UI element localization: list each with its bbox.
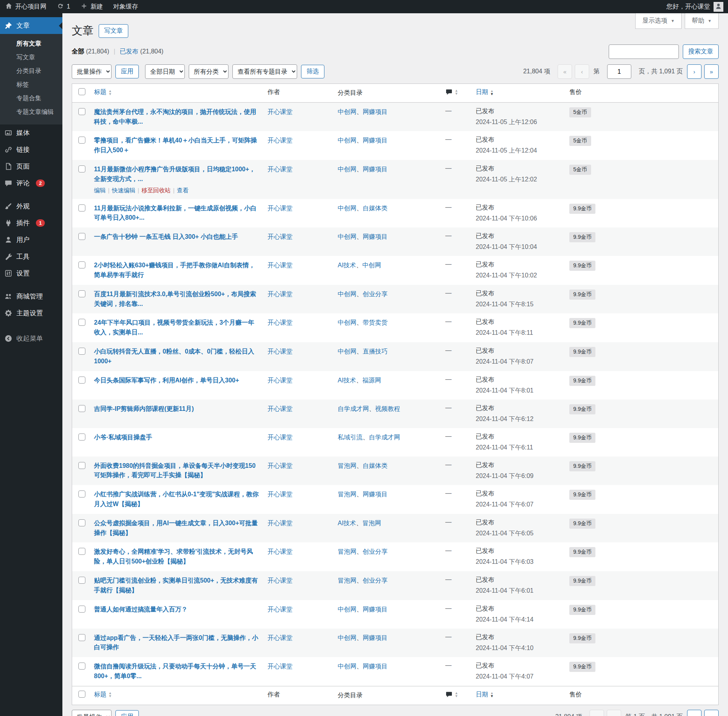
category-link[interactable]: 网赚项目	[363, 634, 388, 641]
post-title-link[interactable]: 吉同学-IP剪辑师内部课程(更新11月)	[94, 404, 260, 414]
category-link[interactable]: 中创网	[338, 663, 356, 670]
apply-button[interactable]: 应用	[115, 65, 139, 78]
row-checkbox[interactable]	[78, 165, 85, 172]
post-title-link[interactable]: 激发好奇心，全网精准'学习、求带粉'引流技术，无封号风险，单人日引500+创业粉…	[94, 547, 260, 567]
admin-bar-site-link[interactable]: 开心项目网	[0, 0, 51, 13]
category-link[interactable]: 中创网	[338, 634, 356, 641]
next-page-button[interactable]: ›	[687, 710, 701, 716]
post-title-link[interactable]: 小爷·私域项目操盘手	[94, 433, 260, 442]
row-checkbox[interactable]	[78, 606, 85, 613]
category-link[interactable]: 中创网	[338, 205, 356, 211]
sidebar-item-plugins[interactable]: 插件1	[0, 215, 62, 231]
sort-by-title[interactable]: 标题 ▲▼	[94, 88, 112, 96]
category-link[interactable]: 私域引流	[338, 434, 363, 441]
admin-bar-updates[interactable]: 1	[51, 0, 75, 13]
sidebar-subitem-posts[interactable]: 专题合集	[0, 92, 62, 105]
post-title-link[interactable]: 贴吧无门槛引流创业粉，实测单日引流500+，无技术难度有手就行【揭秘】	[94, 576, 260, 595]
row-checkbox[interactable]	[78, 108, 85, 115]
sort-by-date[interactable]: 日期 ▲▼	[476, 691, 494, 699]
help-button[interactable]: 帮助 ▼	[685, 13, 719, 29]
category-link[interactable]: 网赚项目	[363, 663, 388, 670]
post-title-link[interactable]: 通过app看广告，一天轻松入手一两张0门槛，无脑操作，小白可操作	[94, 633, 260, 653]
category-link[interactable]: 冒泡网	[338, 577, 356, 584]
author-link[interactable]: 开心课堂	[267, 233, 292, 240]
row-checkbox[interactable]	[78, 204, 85, 211]
view-published-link[interactable]: 已发布	[120, 48, 138, 55]
category-link[interactable]: 直播技巧	[363, 348, 388, 355]
post-title-link[interactable]: 普通人如何通过搞流量年入百万？	[94, 605, 260, 615]
quick-edit-link[interactable]: 快速编辑	[112, 187, 135, 194]
author-link[interactable]: 开心课堂	[267, 262, 292, 268]
row-checkbox[interactable]	[78, 663, 85, 670]
last-page-button[interactable]: »	[704, 64, 719, 79]
author-link[interactable]: 开心课堂	[267, 319, 292, 326]
row-checkbox[interactable]	[78, 290, 85, 297]
row-checkbox[interactable]	[78, 577, 85, 584]
category-link[interactable]: 中创网	[338, 233, 356, 240]
row-checkbox[interactable]	[78, 634, 85, 641]
sidebar-item-comments[interactable]: 评论2	[0, 175, 62, 192]
author-link[interactable]: 开心课堂	[267, 291, 292, 297]
apply-button[interactable]: 应用	[115, 710, 139, 716]
author-link[interactable]: 开心课堂	[267, 137, 292, 144]
post-title-link[interactable]: 百度11月最新引流技术3.0,单号引流创业粉500+，布局搜索关键词，排名靠..…	[94, 290, 260, 309]
author-link[interactable]: 开心课堂	[267, 434, 292, 441]
author-link[interactable]: 开心课堂	[267, 377, 292, 384]
author-link[interactable]: 开心课堂	[267, 634, 292, 641]
category-link[interactable]: 中创网	[338, 166, 356, 172]
author-link[interactable]: 开心课堂	[267, 405, 292, 412]
last-page-button[interactable]: »	[704, 710, 719, 716]
author-link[interactable]: 开心课堂	[267, 663, 292, 670]
sidebar-subitem-posts[interactable]: 分类目录	[0, 64, 62, 78]
category-link[interactable]: 福源网	[362, 377, 381, 384]
author-link[interactable]: 开心课堂	[267, 606, 292, 613]
admin-bar-account[interactable]: 您好，开心课堂	[666, 3, 710, 11]
sort-by-date[interactable]: 日期 ▲▼	[476, 88, 494, 96]
sidebar-item-shop[interactable]: 商城管理	[0, 288, 62, 305]
post-title-link[interactable]: 11月最新玩法小说推文暴利拉新，一键生成原创视频，小白可单号日入800+...	[94, 204, 260, 223]
post-title-link[interactable]: 小红书推广实战训练营，小红书从0-1"变现"实战课程，教你月入过W【揭秘】	[94, 490, 260, 509]
post-title-link[interactable]: 公众号虚拟掘金项目，用AI一键生成文章，日入300+可批量操作【揭秘】	[94, 519, 260, 538]
category-link[interactable]: 中创网	[338, 319, 356, 326]
post-title-link[interactable]: 今日头条国际军事写作，利用AI创作，单号日入300+	[94, 376, 260, 386]
edit-link[interactable]: 编辑	[94, 187, 106, 194]
category-link[interactable]: 中创网	[338, 606, 356, 613]
select-all-checkbox[interactable]	[78, 691, 85, 698]
screen-options-button[interactable]: 显示选项 ▼	[635, 13, 682, 29]
category-link[interactable]: AI技术	[338, 520, 356, 526]
category-link[interactable]: 创业分享	[363, 291, 388, 297]
row-checkbox[interactable]	[78, 261, 85, 268]
post-title-link[interactable]: 2小时轻松入账630+赚钱项目，手把手教你做AI自制表情，简单易学有手就行	[94, 261, 260, 280]
trash-link[interactable]: 移至回收站	[142, 187, 171, 194]
category-link[interactable]: 冒泡网	[362, 520, 381, 526]
sidebar-subitem-posts[interactable]: 标签	[0, 78, 62, 92]
category-link[interactable]: 冒泡网	[338, 548, 356, 555]
bulk-actions-select[interactable]: 批量操作	[72, 64, 112, 79]
row-checkbox[interactable]	[78, 434, 85, 441]
row-checkbox[interactable]	[78, 319, 85, 326]
sort-by-comments[interactable]: ▲▼	[445, 691, 458, 698]
author-link[interactable]: 开心课堂	[267, 462, 292, 469]
category-link[interactable]: 自学成才网	[369, 434, 400, 441]
category-link[interactable]: 网赚项目	[363, 137, 388, 144]
author-link[interactable]: 开心课堂	[267, 205, 292, 211]
author-link[interactable]: 开心课堂	[267, 166, 292, 172]
post-title-link[interactable]: 外面收费1980的抖音掘金项目，单设备每天半小时变现150可矩阵操作，看完即可上…	[94, 461, 260, 481]
add-new-post-button[interactable]: 写文章	[99, 24, 128, 38]
view-link[interactable]: 查看	[177, 187, 189, 194]
category-link[interactable]: 中创网	[338, 137, 356, 144]
category-link[interactable]: 网赚项目	[363, 491, 388, 497]
filter-button[interactable]: 筛选	[301, 65, 324, 78]
row-checkbox[interactable]	[78, 233, 85, 240]
view-all-link[interactable]: 全部	[72, 48, 84, 55]
category-link[interactable]: 网赚项目	[363, 606, 388, 613]
category-link[interactable]: 网赚项目	[363, 233, 388, 240]
author-link[interactable]: 开心课堂	[267, 108, 292, 115]
avatar[interactable]	[714, 2, 723, 12]
row-checkbox[interactable]	[78, 377, 85, 384]
row-checkbox[interactable]	[78, 405, 85, 412]
author-link[interactable]: 开心课堂	[267, 548, 292, 555]
post-title-link[interactable]: 零撸项目，看广告赚米！单机40＋小白当天上手，可矩阵操作日入500＋	[94, 136, 260, 155]
author-link[interactable]: 开心课堂	[267, 348, 292, 355]
category-link[interactable]: 中创网	[338, 348, 356, 355]
